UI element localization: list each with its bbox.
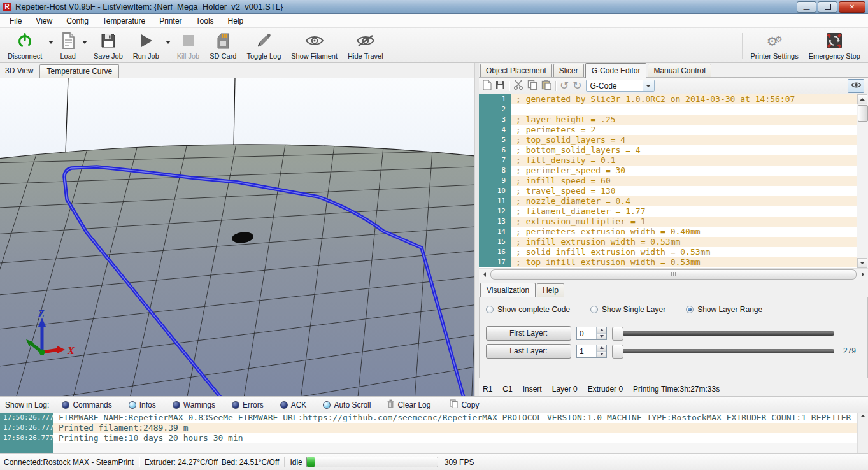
- cut-icon[interactable]: [513, 80, 523, 92]
- gcode-line[interactable]: 8; perimeter_speed = 30: [479, 166, 857, 176]
- toggle-infos[interactable]: Infos: [129, 401, 156, 409]
- app-icon[interactable]: R: [3, 3, 11, 11]
- radio-show-complete-code[interactable]: Show complete Code: [486, 305, 570, 314]
- first-layer-slider[interactable]: [612, 326, 838, 340]
- load-dropdown-arrow[interactable]: [82, 41, 87, 44]
- gcode-line[interactable]: 1; generated by Slic3r 1.0.0RC2 on 2014-…: [479, 94, 857, 104]
- new-file-icon[interactable]: [483, 80, 492, 92]
- slider-track[interactable]: [622, 349, 834, 353]
- gcode-line[interactable]: 6; bottom_solid_layers = 4: [479, 145, 857, 155]
- tab-3d-view[interactable]: 3D View: [5, 64, 39, 78]
- last-layer-value[interactable]: 1: [577, 345, 596, 357]
- slider-thumb[interactable]: [612, 327, 623, 341]
- clear-log-button[interactable]: Clear Log: [387, 399, 430, 410]
- sd-card-button[interactable]: SD Card: [204, 29, 241, 62]
- first-layer-value[interactable]: 0: [577, 327, 596, 339]
- gcode-line[interactable]: 10; travel_speed = 130: [479, 186, 857, 196]
- toggle-log-button[interactable]: Toggle Log: [241, 29, 286, 62]
- gcode-line[interactable]: 9; infill_speed = 60: [479, 176, 857, 186]
- slider-thumb[interactable]: [612, 345, 623, 359]
- gcode-line[interactable]: 3; layer_height = .25: [479, 115, 857, 125]
- scroll-right-icon[interactable]: [857, 269, 868, 280]
- first-layer-button[interactable]: First Layer:: [486, 326, 571, 341]
- disconnect-dropdown-arrow[interactable]: [48, 41, 53, 44]
- gcode-line[interactable]: 11; nozzle_diameter = 0.4: [479, 196, 857, 206]
- save-job-button[interactable]: Save Job: [89, 29, 128, 62]
- gcode-line[interactable]: 2: [479, 104, 857, 115]
- gcode-line[interactable]: 5; top_solid_layers = 4: [479, 135, 857, 145]
- printer-settings-button[interactable]: ⚙⚙ Printer Settings: [745, 29, 803, 62]
- spin-up-icon[interactable]: [597, 327, 606, 334]
- slider-track[interactable]: [622, 331, 834, 336]
- menu-config[interactable]: Config: [59, 15, 96, 27]
- run-job-button[interactable]: Run Job: [128, 29, 164, 62]
- toggle-auto-scroll[interactable]: Auto Scroll: [323, 401, 371, 409]
- first-layer-spinner[interactable]: 0: [576, 327, 607, 340]
- copy-icon[interactable]: [527, 80, 537, 92]
- gcode-line[interactable]: 15; infill extrusion width = 0.53mm: [479, 237, 857, 247]
- save-file-icon[interactable]: [495, 80, 505, 92]
- tab-visualization[interactable]: Visualization: [480, 283, 536, 297]
- emergency-stop-button[interactable]: Emergency Stop: [804, 29, 865, 62]
- tab-help[interactable]: Help: [537, 283, 564, 297]
- gcode-line[interactable]: 17; top infill extrusion width = 0.53mm: [479, 257, 857, 267]
- editor-horizontal-scrollbar[interactable]: [479, 268, 868, 280]
- spin-down-icon[interactable]: [597, 334, 606, 339]
- gcode-type-select[interactable]: G-Code: [586, 80, 655, 92]
- radio-show-layer-range[interactable]: Show Layer Range: [686, 305, 762, 314]
- toggle-warnings[interactable]: Warnings: [173, 401, 215, 409]
- tab-temperature-curve[interactable]: Temperature Curve: [39, 64, 119, 78]
- load-button[interactable]: Load: [55, 29, 80, 62]
- hide-travel-button[interactable]: Hide Travel: [343, 29, 388, 62]
- gcode-line[interactable]: 13; extrusion_multiplier = 1: [479, 217, 857, 227]
- tab-gcode-editor[interactable]: G-Code Editor: [585, 63, 647, 78]
- menu-view[interactable]: View: [29, 15, 59, 27]
- gcode-editor[interactable]: 1; generated by Slic3r 1.0.0RC2 on 2014-…: [479, 94, 868, 268]
- gcode-line[interactable]: 14; perimeters extrusion width = 0.40mm: [479, 227, 857, 237]
- gcode-line[interactable]: 12; filament_diameter = 1.77: [479, 206, 857, 217]
- panel-splitter[interactable]: [474, 63, 479, 396]
- gcode-line[interactable]: 7; fill_density = 0.1: [479, 155, 857, 166]
- menu-temperature[interactable]: Temperature: [96, 15, 152, 27]
- radio-icon: [486, 306, 494, 313]
- scroll-down-icon[interactable]: [857, 258, 867, 268]
- tab-object-placement[interactable]: Object Placement: [480, 64, 552, 77]
- close-button[interactable]: ✕: [839, 1, 865, 13]
- editor-preview-toggle[interactable]: [848, 79, 864, 93]
- last-layer-slider[interactable]: [612, 344, 838, 358]
- toggle-errors[interactable]: Errors: [232, 401, 264, 409]
- last-layer-spinner[interactable]: 1: [576, 345, 607, 358]
- menu-printer[interactable]: Printer: [152, 15, 189, 27]
- menu-file[interactable]: File: [3, 15, 29, 27]
- scroll-left-icon[interactable]: [479, 269, 490, 280]
- editor-vertical-scrollbar[interactable]: [857, 94, 868, 268]
- menu-help[interactable]: Help: [221, 15, 251, 27]
- tab-manual-control[interactable]: Manual Control: [648, 64, 711, 77]
- gcode-line[interactable]: 16; solid infill extrusion width = 0.53m…: [479, 247, 857, 257]
- printer-3d-viewport[interactable]: Z X: [0, 78, 474, 396]
- spin-down-icon[interactable]: [597, 352, 606, 357]
- radio-show-single-layer[interactable]: Show Single Layer: [590, 305, 665, 314]
- toggle-ack[interactable]: ACK: [280, 401, 307, 409]
- toggle-commands[interactable]: Commands: [62, 401, 111, 409]
- scrollbar-thumb[interactable]: [490, 269, 857, 280]
- redo-icon[interactable]: ↻: [573, 80, 581, 91]
- tab-slicer[interactable]: Slicer: [553, 64, 584, 77]
- gcode-line[interactable]: 4; perimeters = 2: [479, 125, 857, 135]
- paste-icon[interactable]: [541, 80, 551, 92]
- spin-up-icon[interactable]: [597, 345, 606, 352]
- scroll-up-icon[interactable]: [860, 415, 865, 417]
- undo-icon[interactable]: ↺: [560, 80, 569, 91]
- scrollbar-thumb[interactable]: [858, 105, 868, 122]
- disconnect-button[interactable]: Disconnect: [3, 29, 47, 62]
- minimize-button[interactable]: —: [797, 1, 816, 13]
- last-layer-button[interactable]: Last Layer:: [486, 344, 571, 359]
- copy-log-button[interactable]: Copy: [450, 399, 479, 410]
- gcode-lines[interactable]: 1; generated by Slic3r 1.0.0RC2 on 2014-…: [479, 94, 857, 268]
- show-filament-button[interactable]: Show Filament: [286, 29, 343, 62]
- log-vertical-scrollbar[interactable]: [857, 413, 868, 453]
- menu-tools[interactable]: Tools: [189, 15, 221, 27]
- maximize-button[interactable]: [818, 1, 837, 13]
- run-job-dropdown-arrow[interactable]: [166, 41, 171, 44]
- scroll-up-icon[interactable]: [857, 94, 867, 104]
